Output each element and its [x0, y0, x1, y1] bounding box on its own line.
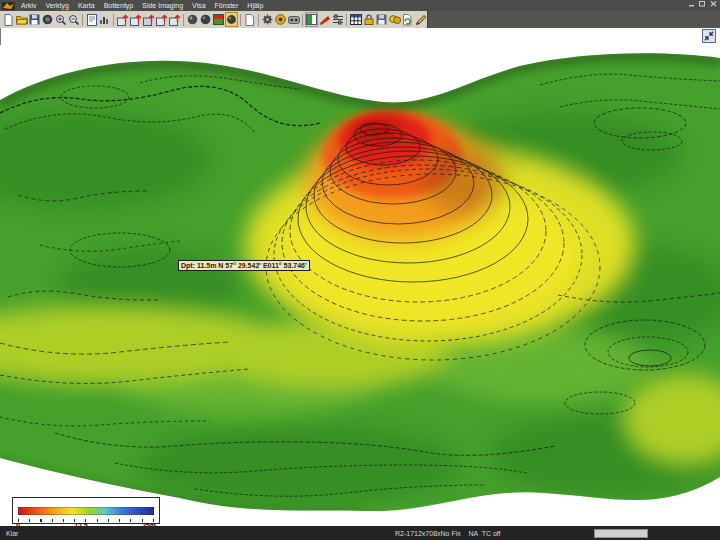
status-fix-text: R2-1712x708xNo Fix NA TC off	[395, 530, 501, 537]
new-document-button[interactable]	[2, 12, 15, 27]
zoom-in-button[interactable]	[54, 12, 67, 27]
close-icon[interactable]	[710, 1, 717, 7]
import-sonar-2-button[interactable]	[129, 12, 142, 27]
depth-position-tooltip: Dpt: 11.5m N 57° 29.542' E011° 53.746'	[178, 260, 310, 271]
bathymetry-3d-render	[0, 45, 720, 526]
mdi-restore-icon[interactable]	[702, 29, 716, 43]
color-map-button[interactable]	[212, 12, 225, 27]
save-button[interactable]	[28, 12, 41, 27]
menu-arkiv[interactable]: Arkiv	[21, 1, 37, 11]
menu-karta[interactable]: Karta	[78, 1, 95, 11]
status-bar: Klar R2-1712x708xNo Fix NA TC off	[0, 526, 720, 540]
gps-badge-button[interactable]	[274, 12, 287, 27]
screen-capture-button[interactable]	[41, 12, 54, 27]
app-window: Arkiv Verktyg Karta Bottentyp Side Imagi…	[0, 0, 720, 540]
3d-sphere-button[interactable]	[186, 12, 199, 27]
import-sonar-3-button[interactable]	[142, 12, 155, 27]
menu-visa[interactable]: Visa	[192, 1, 206, 11]
menu-bar: Arkiv Verktyg Karta Bottentyp Side Imagi…	[0, 0, 720, 11]
restore-icon[interactable]	[699, 1, 706, 7]
menu-bottentyp[interactable]: Bottentyp	[104, 1, 134, 11]
toolbar-row	[0, 11, 720, 28]
depth-scale-legend: 0 12.5 25m	[12, 497, 160, 524]
reload-page-button[interactable]	[401, 12, 414, 27]
menu-fonster[interactable]: Fönster	[215, 1, 239, 11]
import-sonar-5-button[interactable]	[168, 12, 181, 27]
view-finder-button[interactable]	[287, 12, 300, 27]
app-logo-icon	[2, 2, 15, 10]
draw-track-button[interactable]	[318, 12, 331, 27]
minimize-icon[interactable]	[689, 1, 695, 7]
waypoints-button[interactable]	[388, 12, 401, 27]
settings-gear-button[interactable]	[261, 12, 274, 27]
status-ready-text: Klar	[6, 530, 18, 537]
bottom-type-button[interactable]	[305, 12, 318, 27]
menu-hjalp[interactable]: Hjälp	[247, 1, 263, 11]
depth-gradient-bar	[18, 507, 154, 515]
menu-verktyg[interactable]: Verktyg	[46, 1, 69, 11]
3d-sphere-shaded-button[interactable]	[199, 12, 212, 27]
document-strip	[0, 28, 720, 45]
toolbar	[0, 11, 428, 28]
map-viewport[interactable]: Dpt: 11.5m N 57° 29.542' E011° 53.746'	[0, 45, 720, 526]
import-sonar-4-button[interactable]	[155, 12, 168, 27]
edit-pencil-button[interactable]	[414, 12, 427, 27]
lock-button[interactable]	[362, 12, 375, 27]
status-progress	[594, 529, 648, 538]
depth-chart-button[interactable]	[98, 12, 111, 27]
3d-ball-active-button[interactable]	[225, 12, 238, 27]
grid-table-button[interactable]	[349, 12, 362, 27]
report-document-button[interactable]	[85, 12, 98, 27]
open-folder-button[interactable]	[15, 12, 28, 27]
save-project-button[interactable]	[375, 12, 388, 27]
import-sonar-1-button[interactable]	[116, 12, 129, 27]
depth-levels-button[interactable]	[331, 12, 344, 27]
menu-side-imaging[interactable]: Side Imaging	[142, 1, 183, 11]
zoom-out-button[interactable]	[67, 12, 80, 27]
blank-document-button[interactable]	[243, 12, 256, 27]
